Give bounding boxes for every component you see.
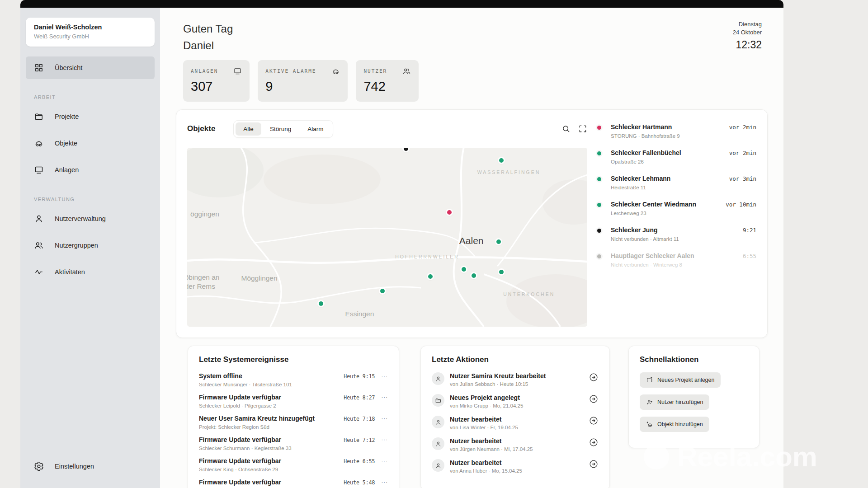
event-time: Heute 5:48 xyxy=(344,479,375,486)
stat-card-nutzer[interactable]: NUTZER742 xyxy=(356,60,419,102)
sidebar-item-anlagen[interactable]: Anlagen xyxy=(26,159,155,181)
object-time: vor 10min xyxy=(726,201,756,208)
avatar xyxy=(432,437,444,450)
sidebar-item-uebersicht[interactable]: Übersicht xyxy=(26,56,155,79)
stat-card-header: ANLAGEN xyxy=(191,67,242,75)
action-title: Nutzer bearbeitet xyxy=(450,459,522,466)
object-time: vor 3min xyxy=(729,175,756,182)
app-body: Daniel Weiß-Scholzen Weiß Security GmbH … xyxy=(20,8,783,488)
action-row[interactable]: Nutzer bearbeitetvon Jürgen Neumann · Mi… xyxy=(432,437,599,452)
object-detail: STÖRUNG · Bahnhofstraße 9 xyxy=(611,133,729,139)
map-marker-ok[interactable] xyxy=(319,301,323,306)
status-dot-faded xyxy=(597,254,601,258)
row-menu-icon[interactable]: ··· xyxy=(382,458,388,472)
sidebar-item-aktivitäten[interactable]: Aktivitäten xyxy=(26,261,155,283)
row-menu-icon[interactable]: ··· xyxy=(382,437,388,451)
sidebar-item-projekte[interactable]: Projekte xyxy=(26,105,155,128)
avatar xyxy=(432,416,444,428)
sidebar-item-label: Aktivitäten xyxy=(55,268,85,276)
stat-label: ANLAGEN xyxy=(191,68,218,74)
map-place-label: öbingen an der Rems xyxy=(187,273,219,291)
object-list-item[interactable]: Hauptlager Schlecker AalenNicht verbunde… xyxy=(597,252,756,267)
action-row[interactable]: Nutzer bearbeitetvon Anna Huber · Mo, 15… xyxy=(432,459,599,474)
event-location: Schlecker Schurmann · Keglerstraße 33 xyxy=(199,446,292,451)
map-marker-ok[interactable] xyxy=(472,273,476,278)
system-event-row[interactable]: System offlineSchlecker Münsinger · Tils… xyxy=(199,372,388,387)
object-status-list: Schlecker HartmannSTÖRUNG · Bahnhofstraß… xyxy=(597,120,756,327)
object-list-item[interactable]: Schlecker LehmannHeidestraße 11vor 3min xyxy=(597,175,756,190)
sidebar-item-einstellungen[interactable]: Einstellungen xyxy=(26,455,155,478)
map-tab-alarm[interactable]: Alarm xyxy=(300,122,331,136)
object-time: 9:21 xyxy=(743,226,756,234)
system-event-row[interactable]: Firmware Update verfügbarHeute 5:48··· xyxy=(199,479,388,486)
map-marker-ok[interactable] xyxy=(499,270,504,274)
row-menu-icon[interactable]: ··· xyxy=(382,416,388,430)
map-place-label: Essingen xyxy=(345,310,374,319)
map-marker-ok[interactable] xyxy=(499,158,504,163)
event-time: Heute 6:55 xyxy=(344,458,375,472)
search-icon[interactable] xyxy=(561,124,571,133)
stat-card-aktive-alarme[interactable]: AKTIVE ALARME9 xyxy=(258,60,348,102)
action-info: Nutzer bearbeitetvon Anna Huber · Mo, 15… xyxy=(450,459,522,474)
fullscreen-icon[interactable] xyxy=(578,124,587,133)
map-tab-störung[interactable]: Störung xyxy=(262,122,299,136)
action-row[interactable]: Neues Projekt angelegtvon Mirko Grupp · … xyxy=(432,394,599,408)
arrow-right-icon[interactable] xyxy=(589,416,599,426)
action-meta: von Mirko Grupp · Mo, 21.04.25 xyxy=(450,403,523,408)
object-info: Schlecker Center WiedmannLerchenweg 23 xyxy=(611,201,726,216)
event-info: Firmware Update verfügbarSchlecker Leipo… xyxy=(199,394,281,408)
arrow-right-icon[interactable] xyxy=(589,437,599,447)
quick-action-objekt-hinzufügen[interactable]: Objekt hinzufügen xyxy=(640,417,709,432)
stat-card-anlagen[interactable]: ANLAGEN307 xyxy=(183,60,250,102)
profile-card[interactable]: Daniel Weiß-Scholzen Weiß Security GmbH xyxy=(26,18,155,47)
row-menu-icon[interactable]: ··· xyxy=(382,394,388,408)
card-title: Schnellaktionen xyxy=(640,355,748,364)
map[interactable]: öggingenöbingen an der RemsMögglingenEss… xyxy=(187,148,587,327)
arrow-right-icon[interactable] xyxy=(589,394,599,404)
object-list-item[interactable]: Schlecker JungNicht verbunden · Altmarkt… xyxy=(597,226,756,242)
system-event-row[interactable]: Neuer User Samira Kreutz hinzugefügtProj… xyxy=(199,415,388,430)
arrow-right-icon[interactable] xyxy=(589,459,599,469)
greeting-line1: Guten Tag xyxy=(183,20,233,37)
greeting: Guten Tag Daniel xyxy=(183,20,233,54)
system-event-row[interactable]: Firmware Update verfügbarSchlecker Schur… xyxy=(199,436,388,451)
arrow-right-icon[interactable] xyxy=(589,372,599,382)
domeplus-icon xyxy=(646,421,653,428)
action-info: Nutzer Samira Kreutz bearbeitetvon Julia… xyxy=(450,372,546,387)
sidebar-item-nutzergruppen[interactable]: Nutzergruppen xyxy=(26,234,155,257)
event-info: Neuer User Samira Kreutz hinzugefügtProj… xyxy=(199,415,315,430)
map-marker-ok[interactable] xyxy=(428,274,433,279)
object-detail: Nicht verbunden · Altmarkt 11 xyxy=(611,236,743,242)
quick-action-nutzer-hinzufügen[interactable]: Nutzer hinzufügen xyxy=(640,394,709,410)
object-list-item[interactable]: Schlecker Center WiedmannLerchenweg 23vo… xyxy=(597,201,756,216)
map-marker-ok[interactable] xyxy=(496,239,501,244)
map-place-label: Aalen xyxy=(459,235,484,247)
action-meta: von Julian Sebbach · Heute 10:15 xyxy=(450,381,546,387)
sidebar-item-nutzerverwaltung[interactable]: Nutzerverwaltung xyxy=(26,207,155,230)
sidebar-item-objekte[interactable]: Objekte xyxy=(26,132,155,155)
object-list-item[interactable]: Schlecker FallenbüchelOpalstraße 26vor 2… xyxy=(597,149,756,164)
event-title: Firmware Update verfügbar xyxy=(199,457,281,465)
quick-action-label: Objekt hinzufügen xyxy=(657,421,703,427)
object-info: Schlecker HartmannSTÖRUNG · Bahnhofstraß… xyxy=(611,123,729,139)
map-tab-alle[interactable]: Alle xyxy=(236,122,261,136)
action-row[interactable]: Nutzer Samira Kreutz bearbeitetvon Julia… xyxy=(432,372,599,387)
row-menu-icon[interactable]: ··· xyxy=(382,479,388,486)
row-menu-icon[interactable]: ··· xyxy=(382,373,388,387)
event-title: Firmware Update verfügbar xyxy=(199,479,281,486)
map-marker-alarm[interactable] xyxy=(447,210,452,215)
profile-company: Weiß Security GmbH xyxy=(34,33,146,40)
avatar xyxy=(432,459,444,472)
map-marker-ok[interactable] xyxy=(380,289,385,293)
sidebar-item-label: Einstellungen xyxy=(55,463,94,470)
object-list-item[interactable]: Schlecker HartmannSTÖRUNG · Bahnhofstraß… xyxy=(597,123,756,139)
card-title: Letzte Systemereignisse xyxy=(199,355,388,364)
sidebar-item-label: Anlagen xyxy=(55,166,79,174)
action-row[interactable]: Nutzer bearbeitetvon Lisa Winter · Fr, 1… xyxy=(432,416,599,430)
event-meta: Heute 7:12··· xyxy=(344,436,388,451)
map-marker-ok[interactable] xyxy=(462,267,466,272)
system-event-row[interactable]: Firmware Update verfügbarSchlecker King … xyxy=(199,457,388,472)
quick-action-neues-projekt-anlegen[interactable]: Neues Projekt anlegen xyxy=(640,372,721,388)
system-events-card: Letzte Systemereignisse System offlineSc… xyxy=(188,346,399,488)
system-event-row[interactable]: Firmware Update verfügbarSchlecker Leipo… xyxy=(199,394,388,408)
